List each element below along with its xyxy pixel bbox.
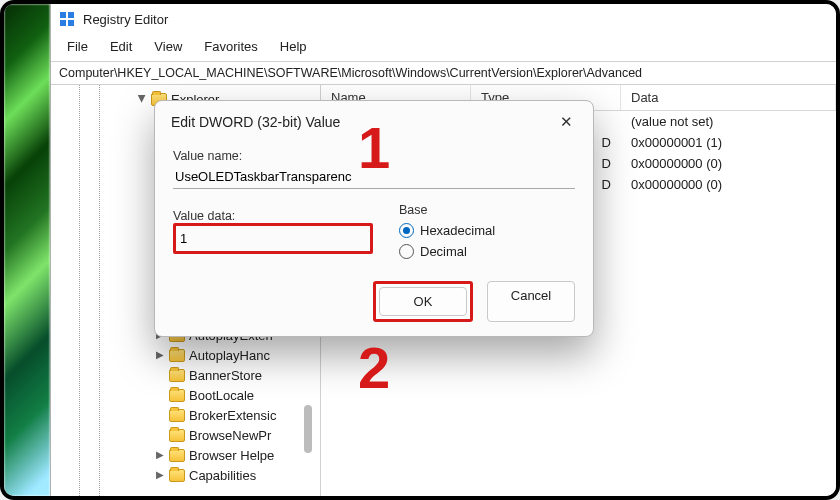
chevron-right-icon[interactable]: ▶ — [155, 450, 165, 460]
x-icon: ✕ — [560, 113, 573, 130]
tree-node-label: BrokerExtensic — [189, 408, 276, 423]
cancel-button[interactable]: Cancel — [487, 281, 575, 322]
svg-rect-3 — [68, 20, 74, 26]
annotation-highlight-value-data — [173, 223, 373, 254]
value-data-label: Value data: — [173, 209, 373, 223]
chevron-down-icon[interactable]: ▶ — [137, 94, 147, 104]
tree-node[interactable]: ▶ BrowseNewPr — [51, 425, 320, 445]
radio-unchecked-icon — [399, 244, 414, 259]
window-titlebar: Registry Editor — [51, 4, 836, 34]
radio-label: Decimal — [420, 244, 467, 259]
folder-icon — [169, 429, 185, 442]
annotation-number-2: 2 — [358, 334, 390, 401]
radio-hexadecimal[interactable]: Hexadecimal — [399, 223, 575, 238]
tree-node[interactable]: ▶ AutoplayHanc — [51, 345, 320, 365]
ok-button[interactable]: OK — [379, 287, 467, 316]
folder-icon — [169, 449, 185, 462]
folder-icon — [169, 389, 185, 402]
menu-bar: File Edit View Favorites Help — [51, 34, 836, 61]
cell-data: (value not set) — [621, 111, 836, 132]
menu-favorites[interactable]: Favorites — [194, 36, 267, 57]
close-button[interactable]: ✕ — [554, 111, 579, 133]
tree-node-label: BootLocale — [189, 388, 254, 403]
tree-node[interactable]: ▶ BootLocale — [51, 385, 320, 405]
tree-node-label: Browser Helpe — [189, 448, 274, 463]
radio-checked-icon — [399, 223, 414, 238]
menu-view[interactable]: View — [144, 36, 192, 57]
svg-rect-2 — [60, 20, 66, 26]
svg-rect-1 — [68, 12, 74, 18]
tree-node-label: Capabilities — [189, 468, 256, 483]
cell-data: 0x00000000 (0) — [621, 174, 836, 195]
tree-scrollbar-thumb[interactable] — [304, 405, 312, 453]
dialog-title: Edit DWORD (32-bit) Value — [171, 114, 340, 130]
radio-decimal[interactable]: Decimal — [399, 244, 575, 259]
tree-node-label: BannerStore — [189, 368, 262, 383]
chevron-right-icon[interactable]: ▶ — [155, 350, 165, 360]
desktop-wallpaper-strip — [4, 4, 50, 496]
folder-icon — [169, 349, 185, 362]
menu-help[interactable]: Help — [270, 36, 317, 57]
menu-edit[interactable]: Edit — [100, 36, 142, 57]
tree-node[interactable]: ▶ Browser Helpe — [51, 445, 320, 465]
radio-label: Hexadecimal — [420, 223, 495, 238]
folder-icon — [169, 469, 185, 482]
chevron-right-icon[interactable]: ▶ — [155, 470, 165, 480]
cell-data: 0x00000001 (1) — [621, 132, 836, 153]
folder-icon — [169, 369, 185, 382]
window-title: Registry Editor — [83, 12, 168, 27]
folder-icon — [169, 409, 185, 422]
svg-rect-0 — [60, 12, 66, 18]
column-header-data[interactable]: Data — [621, 85, 836, 110]
annotation-number-1: 1 — [358, 114, 390, 181]
registry-editor-icon — [59, 11, 75, 27]
cell-data: 0x00000000 (0) — [621, 153, 836, 174]
tree-node[interactable]: ▶ BannerStore — [51, 365, 320, 385]
annotation-highlight-ok: OK — [373, 281, 473, 322]
menu-file[interactable]: File — [57, 36, 98, 57]
tree-node-label: BrowseNewPr — [189, 428, 271, 443]
value-data-input[interactable] — [178, 227, 358, 250]
base-group-label: Base — [399, 203, 575, 217]
address-bar[interactable]: Computer\HKEY_LOCAL_MACHINE\SOFTWARE\Mic… — [51, 61, 836, 85]
tree-node-label: AutoplayHanc — [189, 348, 270, 363]
tree-node[interactable]: ▶ Capabilities — [51, 465, 320, 485]
tree-node[interactable]: ▶ BrokerExtensic — [51, 405, 320, 425]
